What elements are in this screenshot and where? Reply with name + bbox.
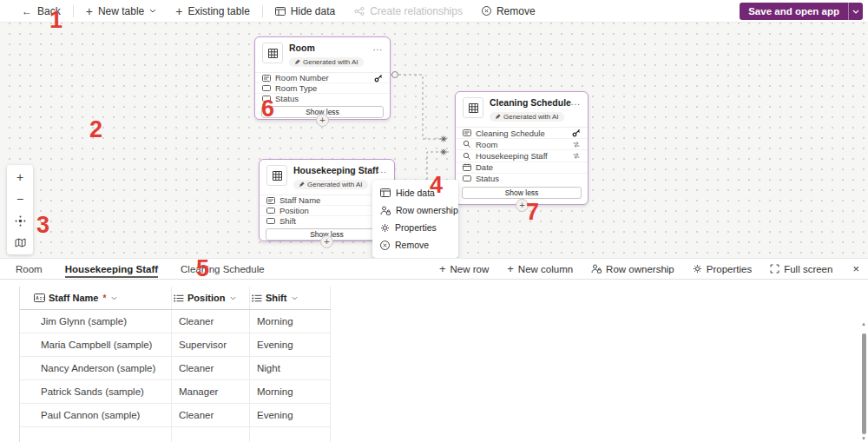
scrollbar-up-arrow[interactable]: ▲ [861, 321, 866, 327]
column-header-staff-name[interactable]: Staff Name * [34, 287, 172, 309]
cell-position[interactable]: Cleaner [172, 404, 250, 426]
chevron-down-icon[interactable] [292, 296, 298, 300]
save-split-chevron[interactable] [848, 3, 863, 20]
cell-staff-name[interactable]: Paul Cannon (sample) [34, 404, 172, 426]
table-row[interactable]: Nancy Anderson (sample) Cleaner Night [20, 357, 331, 380]
table-row[interactable]: Paul Cannon (sample) Cleaner Evening [20, 404, 331, 427]
remove-button[interactable]: Remove [472, 0, 545, 22]
top-toolbar: ← Back + New table + Existing table Hide… [0, 0, 868, 23]
hide-data-button[interactable]: Hide data [266, 0, 345, 22]
cell-shift[interactable]: Morning [250, 310, 331, 333]
field-row[interactable]: Room Type [255, 82, 390, 93]
row-selector[interactable] [20, 427, 34, 442]
column-header-position[interactable]: Position [172, 287, 250, 309]
table-row[interactable]: Jim Glynn (sample) Cleaner Morning [20, 310, 331, 333]
cell-staff-name[interactable]: Jim Glynn (sample) [34, 310, 172, 333]
text-box-icon [262, 96, 271, 102]
field-row[interactable]: Room Number [255, 73, 390, 82]
table-row-empty[interactable] [20, 427, 331, 442]
erd-canvas[interactable]: + − Room Generated with AI [0, 23, 868, 258]
add-related-table-button[interactable]: + [316, 114, 329, 127]
cell-position[interactable]: Manager [172, 380, 250, 403]
table-row[interactable]: Patrick Sands (sample) Manager Morning [20, 380, 331, 404]
field-row[interactable]: Cleaning Schedule [456, 128, 588, 138]
cell-shift[interactable]: Evening [250, 404, 331, 426]
plus-icon: + [439, 263, 446, 274]
vertical-scrollbar[interactable] [862, 333, 866, 434]
field-row[interactable]: Housekeeping Staff [456, 149, 588, 161]
field-row[interactable]: Status [456, 173, 588, 184]
tab-cleaning-schedule[interactable]: Cleaning Schedule [181, 259, 265, 279]
zoom-out-button[interactable]: − [12, 192, 28, 206]
many-side-marker [441, 136, 447, 142]
tab-room[interactable]: Room [16, 259, 43, 279]
cell-staff-name[interactable]: Maria Campbell (sample) [34, 333, 172, 356]
entity-card-cleaning-schedule[interactable]: Cleaning Schedule Generated with AI ... … [455, 91, 589, 205]
existing-table-button[interactable]: + Existing table [166, 0, 260, 22]
key-icon [374, 74, 383, 82]
add-related-table-button[interactable]: + [320, 235, 333, 248]
remove-icon [482, 6, 491, 16]
chevron-down-icon[interactable] [230, 296, 236, 300]
cell-staff-name[interactable] [34, 427, 172, 442]
new-column-button[interactable]: + New column [507, 263, 573, 274]
tab-housekeeping-staff[interactable]: Housekeeping Staff [65, 259, 158, 279]
field-row[interactable]: Date [456, 162, 588, 173]
scrollbar-down-arrow[interactable]: ▼ [861, 436, 866, 441]
menu-item-remove[interactable]: Remove [372, 236, 458, 254]
cell-staff-name[interactable]: Nancy Anderson (sample) [34, 357, 172, 379]
back-button[interactable]: ← Back [12, 0, 70, 22]
close-grid-button[interactable]: × [851, 262, 859, 275]
row-selector[interactable] [20, 310, 34, 333]
canvas-zoom-panel: + − [7, 165, 33, 254]
hide-data-icon [275, 7, 286, 16]
fit-view-button[interactable] [12, 214, 28, 228]
chevron-down-icon[interactable] [111, 296, 117, 300]
entity-card-room[interactable]: Room Generated with AI ... Room Number R… [254, 36, 391, 120]
cell-shift[interactable]: Night [250, 357, 331, 379]
more-button[interactable]: ... [378, 165, 387, 174]
more-button[interactable]: ... [373, 43, 383, 51]
show-less-button[interactable]: Show less [462, 187, 582, 199]
add-related-table-button[interactable]: + [516, 199, 529, 212]
save-and-open-app-label: Save and open app [740, 3, 848, 20]
card-header: Cleaning Schedule Generated with AI ... [456, 92, 588, 127]
field-row[interactable]: Status [255, 93, 390, 103]
menu-item-properties[interactable]: Properties [372, 219, 458, 236]
one-side-marker [392, 72, 398, 78]
save-and-open-app-button[interactable]: Save and open app [740, 3, 863, 20]
new-row-button[interactable]: + New row [439, 263, 489, 274]
cell-position[interactable] [172, 427, 250, 442]
cell-staff-name[interactable]: Patrick Sands (sample) [34, 380, 172, 403]
row-selector[interactable] [20, 357, 34, 379]
map-icon [15, 238, 26, 247]
row-ownership-button[interactable]: Row ownership [591, 264, 674, 274]
cell-shift[interactable]: Evening [250, 333, 331, 356]
table-designer-page: ← Back + New table + Existing table Hide… [0, 0, 868, 442]
zoom-in-button[interactable]: + [12, 170, 28, 184]
menu-item-row-ownership[interactable]: Row ownership [372, 201, 458, 219]
cell-position[interactable]: Supervisor [172, 333, 250, 356]
lookup-icon [463, 140, 471, 148]
plus-icon: + [175, 5, 182, 17]
cell-position[interactable]: Cleaner [172, 357, 250, 379]
properties-button[interactable]: Properties [693, 264, 752, 274]
row-selector[interactable] [20, 333, 34, 356]
cell-shift[interactable]: Morning [250, 380, 331, 403]
ai-pen-icon [294, 59, 300, 65]
relationship-icon [572, 152, 581, 160]
row-selector[interactable] [20, 404, 34, 426]
row-selector[interactable] [20, 380, 34, 403]
menu-item-hide-data[interactable]: Hide data [372, 184, 458, 201]
more-button[interactable]: ... [571, 97, 581, 106]
table-row[interactable]: Maria Campbell (sample) Supervisor Eveni… [20, 333, 331, 357]
cell-position[interactable]: Cleaner [172, 310, 250, 333]
cell-shift[interactable] [250, 427, 331, 442]
full-screen-button[interactable]: Full screen [770, 264, 832, 274]
new-table-button[interactable]: + New table [76, 0, 167, 22]
field-row[interactable]: Room [456, 138, 588, 149]
minimap-button[interactable] [12, 235, 28, 249]
column-header-shift[interactable]: Shift [250, 287, 331, 309]
relationship-icon [572, 141, 581, 148]
select-all-cell[interactable] [20, 287, 34, 309]
